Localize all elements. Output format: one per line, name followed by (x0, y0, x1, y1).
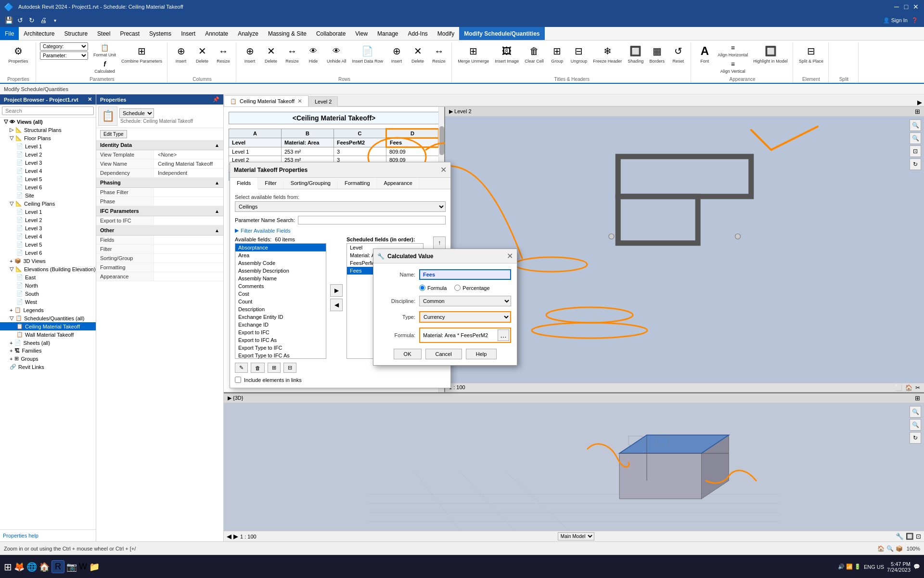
sign-in[interactable]: 👤 Sign In (883, 17, 908, 24)
3d-tool2[interactable]: 🔲 (906, 533, 914, 540)
tree-3d-views[interactable]: + 📦 3D Views (0, 257, 96, 265)
insert-row-button[interactable]: ⊕ Insert (240, 42, 259, 65)
add-field-button[interactable]: ▶ (330, 284, 343, 297)
status-3d-btn[interactable]: 📦 (896, 545, 903, 552)
filter-tab[interactable]: Filter (258, 178, 283, 189)
tree-site[interactable]: 📄 Site (0, 191, 96, 199)
maximize-button[interactable]: □ (902, 2, 911, 11)
tab-close-button[interactable]: ✕ (297, 98, 302, 105)
tree-level2-floor[interactable]: 📄 Level 2 (0, 150, 96, 158)
resize-column-button[interactable]: ↔ Resize (214, 42, 233, 65)
tree-ceiling-level4[interactable]: 📄 Level 4 (0, 232, 96, 240)
phasing-section[interactable]: Phasing ▲ (96, 178, 223, 188)
field-assembly-code[interactable]: Assembly Code (235, 259, 326, 267)
align-vertical-button[interactable]: ≡ Align Vertical (716, 59, 749, 74)
3d-nav-prev[interactable]: ◀ (227, 533, 231, 540)
split-place-button[interactable]: ⊟ Split & Place (797, 42, 825, 65)
properties-button[interactable]: ⚙ Properties (4, 42, 33, 65)
tree-ceiling-level1[interactable]: 📄 Level 1 (0, 208, 96, 216)
3d-tool3[interactable]: ⊡ (916, 533, 921, 540)
reset-button[interactable]: ↺ Reset (668, 42, 688, 65)
delete-column-button[interactable]: ✕ Delete (192, 42, 212, 65)
tree-level3-floor[interactable]: 📄 Level 3 (0, 158, 96, 167)
calculated-button[interactable]: f Calculated (92, 59, 117, 74)
taskbar-revit[interactable]: R (51, 560, 64, 573)
calc-formula-browse[interactable]: … (498, 329, 509, 341)
align-horizontal-button[interactable]: ≡ Align Horizontal (716, 42, 749, 58)
field-exchange-entity-id[interactable]: Exchange Entity ID (235, 313, 326, 321)
menu-insert[interactable]: Insert (176, 27, 200, 40)
field-assembly-name[interactable]: Assembly Name (235, 275, 326, 282)
field-export-type-ifc-as[interactable]: Export Type to IFC As (235, 352, 326, 359)
category-dropdown[interactable]: Category: (40, 42, 88, 51)
font-button[interactable]: A Font (695, 42, 714, 65)
delete-button[interactable]: 🗑 (251, 363, 265, 373)
sorting-grouping-tab[interactable]: Sorting/Grouping (284, 178, 338, 189)
menu-annotate[interactable]: Annotate (200, 27, 233, 40)
close-button[interactable]: ✕ (911, 2, 920, 11)
tree-north[interactable]: 📄 North (0, 281, 96, 289)
freeze-header-button[interactable]: ❄ Freeze Header (591, 42, 624, 65)
shading-button[interactable]: 🔲 Shading (626, 42, 645, 65)
taskbar-camera[interactable]: 📷 (66, 562, 77, 572)
3d-zoom-out[interactable]: 🔍 (910, 419, 921, 431)
insert-image-button[interactable]: 🖼 Insert Image (493, 42, 521, 65)
calc-formula-input[interactable] (421, 331, 496, 339)
field-area[interactable]: Area (235, 251, 326, 259)
zoom-out-button[interactable]: 🔍 (910, 132, 921, 144)
ungroup-button[interactable]: ⊟ Ungroup (569, 42, 590, 65)
highlight-in-model-button[interactable]: 🔲 Highlight in Model (751, 42, 790, 65)
calc-type-select[interactable]: Currency (419, 311, 511, 323)
menu-modify[interactable]: Modify (433, 27, 459, 40)
taskbar-word[interactable]: W (79, 562, 87, 572)
properties-type-select[interactable]: Schedule (119, 108, 154, 118)
tree-ceiling-plans[interactable]: ▽ 📐 Ceiling Plans (0, 199, 96, 208)
3d-zoom-in[interactable]: 🔍 (910, 406, 921, 418)
menu-analyze[interactable]: Analyze (233, 27, 263, 40)
parameter-search-input[interactable] (298, 216, 446, 224)
remove-field-button[interactable]: ◀ (330, 299, 343, 311)
view-scroll-right[interactable]: ▶ (915, 99, 924, 106)
table-row[interactable]: Level 1 253 m² 3 809.09 (229, 147, 439, 156)
tree-views-all[interactable]: ▽ 👁 Views (all) (0, 118, 96, 126)
level2-expand[interactable]: ⊞ (915, 108, 920, 115)
field-cost[interactable]: Cost (235, 290, 326, 298)
calc-ok-button[interactable]: OK (394, 349, 422, 359)
percentage-radio-label[interactable]: Percentage (454, 285, 489, 291)
taskbar-files[interactable]: 📁 (89, 562, 100, 572)
project-browser-close[interactable]: ✕ (88, 96, 92, 103)
ifc-section[interactable]: IFC Parameters ▲ (96, 206, 223, 216)
3d-nav-next[interactable]: ▶ (233, 533, 238, 540)
percentage-radio[interactable] (454, 285, 461, 291)
tree-ceiling-level3[interactable]: 📄 Level 3 (0, 224, 96, 232)
tree-structural-plans[interactable]: ▷ 📐 Structural Plans (0, 126, 96, 134)
menu-manage[interactable]: Manage (372, 27, 403, 40)
view-fit-btn[interactable]: ⬜ (895, 384, 902, 391)
field-export-to-ifc[interactable]: Export to IFC (235, 328, 326, 336)
clear-cell-button[interactable]: 🗑 Clear Cell (523, 42, 546, 65)
merge-unmerge-button[interactable]: ⊞ Merge Unmerge (456, 42, 491, 65)
insert-column-button[interactable]: ⊕ Insert (171, 42, 191, 65)
calc-help-button[interactable]: Help (466, 349, 497, 359)
3d-expand[interactable]: ⊞ (915, 394, 920, 402)
tree-level1-floor[interactable]: 📄 Level 1 (0, 142, 96, 150)
zoom-in-button[interactable]: 🔍 (910, 119, 921, 131)
status-home-btn[interactable]: 🏠 (877, 545, 885, 552)
menu-addins[interactable]: Add-Ins (403, 27, 432, 40)
status-zoom-btn[interactable]: 🔍 (886, 545, 894, 552)
3d-rotate[interactable]: ↻ (910, 432, 921, 444)
fields-tab[interactable]: Fields (230, 178, 258, 189)
edit-type-button[interactable]: Edit Type (100, 130, 127, 138)
delete-data-row-button[interactable]: ✕ Delete (408, 42, 427, 65)
qat-options[interactable]: ▾ (50, 15, 60, 25)
properties-help-link[interactable]: Properties help (3, 533, 38, 539)
3d-tool1[interactable]: 🔧 (896, 533, 904, 540)
taskbar-browser[interactable]: 🌐 (26, 562, 37, 572)
start-button[interactable]: ⊞ (4, 561, 12, 573)
parameter-dropdown[interactable]: Parameter: (40, 52, 88, 60)
tree-ceiling-level2[interactable]: 📄 Level 2 (0, 216, 96, 224)
menu-collaborate[interactable]: Collaborate (311, 27, 350, 40)
tree-sheets[interactable]: + 📄 Sheets (all) (0, 339, 96, 347)
minimize-button[interactable]: ─ (892, 2, 901, 11)
identity-data-section[interactable]: Identity Data ▲ (96, 140, 223, 150)
